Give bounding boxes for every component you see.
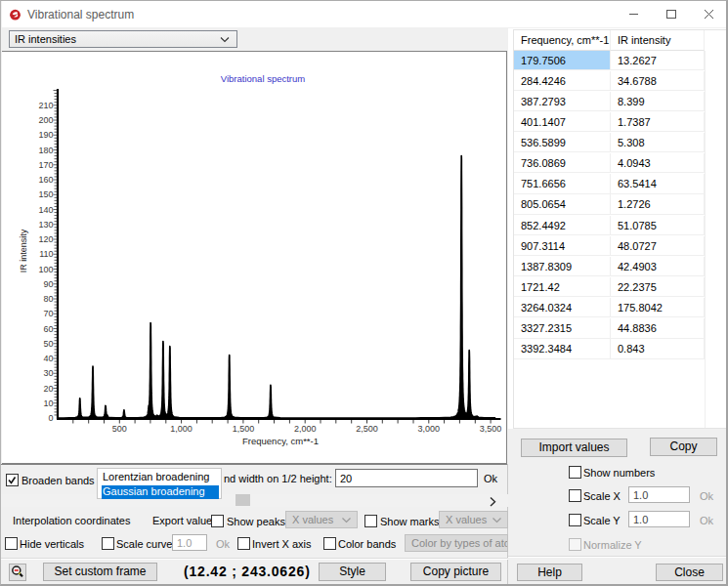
svg-text:2,500: 2,500 <box>356 424 378 434</box>
svg-text:110: 110 <box>39 249 53 259</box>
svg-text:2,000: 2,000 <box>294 424 317 434</box>
svg-text:140: 140 <box>38 205 53 215</box>
svg-text:20: 20 <box>43 384 53 394</box>
svg-text:60: 60 <box>43 324 53 334</box>
svg-text:Vibrational spectrum: Vibrational spectrum <box>221 73 306 84</box>
svg-text:10: 10 <box>43 398 53 408</box>
svg-text:3,500: 3,500 <box>480 424 502 434</box>
svg-text:500: 500 <box>112 424 127 434</box>
svg-text:160: 160 <box>38 175 53 185</box>
svg-text:1,000: 1,000 <box>170 424 193 434</box>
svg-text:210: 210 <box>38 101 53 110</box>
svg-text:70: 70 <box>43 309 53 318</box>
svg-text:80: 80 <box>43 294 53 304</box>
svg-text:0: 0 <box>48 413 53 423</box>
svg-text:150: 150 <box>38 189 53 199</box>
svg-text:30: 30 <box>43 368 53 378</box>
svg-text:1,500: 1,500 <box>233 424 255 434</box>
svg-text:170: 170 <box>38 160 53 170</box>
svg-text:180: 180 <box>38 146 53 155</box>
svg-text:100: 100 <box>38 265 53 274</box>
svg-text:90: 90 <box>43 279 53 289</box>
svg-text:Frequency, cm**-1: Frequency, cm**-1 <box>242 436 319 446</box>
svg-text:50: 50 <box>43 339 53 349</box>
svg-text:120: 120 <box>38 234 53 244</box>
svg-text:190: 190 <box>38 130 53 140</box>
svg-text:40: 40 <box>43 354 53 363</box>
svg-text:3,000: 3,000 <box>418 424 441 434</box>
svg-text:IR intensity: IR intensity <box>19 229 28 272</box>
svg-text:130: 130 <box>38 220 53 230</box>
svg-text:200: 200 <box>38 115 53 125</box>
